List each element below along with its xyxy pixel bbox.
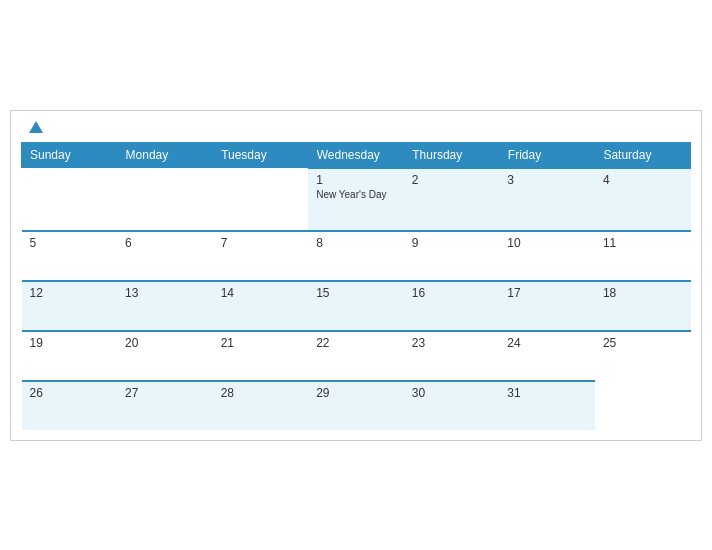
calendar-cell: 31 [499,381,595,430]
calendar-cell: 9 [404,231,500,281]
calendar-cell: 21 [213,331,309,381]
calendar-cell [22,168,118,231]
day-number: 21 [221,336,301,350]
day-number: 15 [316,286,396,300]
calendar-container: SundayMondayTuesdayWednesdayThursdayFrid… [10,110,702,441]
day-number: 14 [221,286,301,300]
calendar-cell: 26 [22,381,118,430]
calendar-cell: 25 [595,331,691,381]
calendar-cell: 11 [595,231,691,281]
calendar-cell: 2 [404,168,500,231]
day-number: 28 [221,386,301,400]
week-row-5: 262728293031 [22,381,691,430]
day-number: 20 [125,336,205,350]
calendar-cell: 8 [308,231,404,281]
weekday-header-saturday: Saturday [595,142,691,168]
week-row-2: 567891011 [22,231,691,281]
day-number: 5 [30,236,110,250]
day-number: 23 [412,336,492,350]
calendar-grid: SundayMondayTuesdayWednesdayThursdayFrid… [21,142,691,430]
day-number: 29 [316,386,396,400]
day-number: 19 [30,336,110,350]
holiday-label: New Year's Day [316,189,396,200]
calendar-cell: 6 [117,231,213,281]
day-number: 7 [221,236,301,250]
calendar-cell: 30 [404,381,500,430]
calendar-cell: 29 [308,381,404,430]
day-number: 10 [507,236,587,250]
calendar-cell: 13 [117,281,213,331]
week-row-3: 12131415161718 [22,281,691,331]
day-number: 31 [507,386,587,400]
day-number: 4 [603,173,683,187]
calendar-cell: 16 [404,281,500,331]
day-number: 9 [412,236,492,250]
calendar-cell: 17 [499,281,595,331]
day-number: 12 [30,286,110,300]
weekday-header-tuesday: Tuesday [213,142,309,168]
calendar-cell: 23 [404,331,500,381]
calendar-header [21,121,691,134]
day-number: 6 [125,236,205,250]
calendar-cell: 3 [499,168,595,231]
calendar-cell [117,168,213,231]
day-number: 18 [603,286,683,300]
calendar-cell: 27 [117,381,213,430]
day-number: 30 [412,386,492,400]
weekday-header-monday: Monday [117,142,213,168]
calendar-cell: 12 [22,281,118,331]
weekday-header-wednesday: Wednesday [308,142,404,168]
logo-triangle-icon [29,121,43,133]
calendar-cell: 7 [213,231,309,281]
calendar-cell: 1New Year's Day [308,168,404,231]
calendar-cell [213,168,309,231]
logo [25,121,43,134]
day-number: 13 [125,286,205,300]
calendar-cell: 5 [22,231,118,281]
week-row-1: 1New Year's Day234 [22,168,691,231]
weekday-header-thursday: Thursday [404,142,500,168]
day-number: 25 [603,336,683,350]
calendar-cell: 19 [22,331,118,381]
day-number: 16 [412,286,492,300]
day-number: 2 [412,173,492,187]
day-number: 22 [316,336,396,350]
day-number: 17 [507,286,587,300]
calendar-cell: 10 [499,231,595,281]
weekday-header-row: SundayMondayTuesdayWednesdayThursdayFrid… [22,142,691,168]
day-number: 24 [507,336,587,350]
calendar-cell: 20 [117,331,213,381]
calendar-cell: 18 [595,281,691,331]
calendar-cell: 24 [499,331,595,381]
day-number: 3 [507,173,587,187]
calendar-cell: 22 [308,331,404,381]
day-number: 1 [316,173,396,187]
day-number: 11 [603,236,683,250]
weekday-header-friday: Friday [499,142,595,168]
calendar-cell: 28 [213,381,309,430]
calendar-cell: 15 [308,281,404,331]
calendar-cell: 14 [213,281,309,331]
weekday-header-sunday: Sunday [22,142,118,168]
day-number: 27 [125,386,205,400]
calendar-cell [595,381,691,430]
day-number: 26 [30,386,110,400]
week-row-4: 19202122232425 [22,331,691,381]
calendar-cell: 4 [595,168,691,231]
day-number: 8 [316,236,396,250]
